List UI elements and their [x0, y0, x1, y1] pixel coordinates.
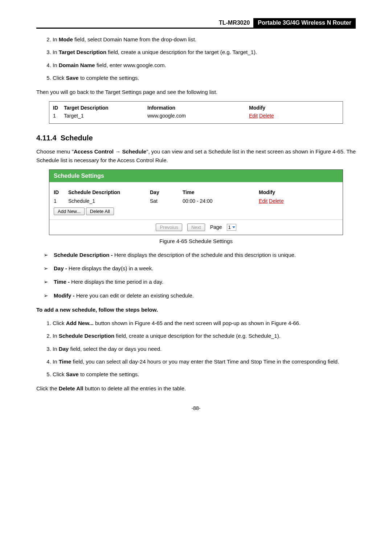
section-heading: 4.11.4 Schedule	[36, 134, 356, 142]
th-schedule-description: Schedule Description	[68, 189, 150, 195]
figure-caption: Figure 4-65 Schedule Settings	[36, 238, 356, 244]
intro-paragraph: Choose menu "Access Control → Schedule",…	[36, 147, 356, 164]
th-modify: Modify	[249, 105, 300, 111]
edit-link[interactable]: Edit	[249, 113, 258, 119]
list-item: In Target Description field, create a un…	[53, 48, 356, 56]
td-information: www.google.com	[147, 113, 249, 119]
list-item: Modify - Here you can edit or delete an …	[44, 291, 356, 300]
list-item: Day - Here displays the day(s) in a week…	[44, 264, 356, 272]
page-select[interactable]: 1	[227, 224, 236, 231]
bottom-steps-list: Click Add New... button shown in Figure …	[53, 319, 356, 378]
document-page: TL-MR3020 Portable 3G/4G Wireless N Rout…	[0, 0, 392, 426]
add-new-button[interactable]: Add New...	[54, 208, 85, 215]
list-item: Click Add New... button shown in Figure …	[53, 319, 356, 327]
list-item: In Mode field, select Domain Name from t…	[53, 35, 356, 44]
th-information: Information	[147, 105, 249, 111]
page-header: TL-MR3020 Portable 3G/4G Wireless N Rout…	[36, 18, 356, 29]
delete-link[interactable]: Delete	[269, 198, 283, 204]
delete-all-line: Click the Delete All button to delete al…	[36, 384, 356, 393]
td-modify: Edit Delete	[259, 198, 310, 204]
panel-footer: Prevoius Next Page 1	[49, 219, 343, 235]
previous-button[interactable]: Prevoius	[156, 223, 182, 231]
td-day: Sat	[150, 198, 183, 204]
list-item: Time - Here displays the time period in …	[44, 278, 356, 286]
td-modify: Edit Delete	[249, 113, 300, 119]
section-title: Schedule	[61, 134, 93, 142]
delete-all-button[interactable]: Delete All	[86, 208, 114, 215]
chevron-down-icon	[232, 226, 235, 228]
page-select-value: 1	[228, 225, 230, 230]
panel-title: Schedule Settings	[49, 170, 343, 183]
steps-heading: To add a new schedule, follow the steps …	[36, 305, 356, 314]
table-header-row: ID Target Description Information Modify	[53, 104, 339, 112]
td-id: 1	[53, 113, 64, 119]
edit-link[interactable]: Edit	[259, 198, 268, 204]
schedule-settings-panel: Schedule Settings ID Schedule Descriptio…	[49, 169, 343, 235]
th-time: Time	[183, 189, 259, 195]
header-model: TL-MR3020	[215, 18, 253, 28]
list-item: Click Save to complete the settings.	[53, 370, 356, 378]
bullet-list: Schedule Description - Here displays the…	[44, 251, 356, 300]
list-item: Click Save to complete the settings.	[53, 74, 356, 82]
page-number: -88-	[36, 405, 356, 411]
table-header-row: ID Schedule Description Day Time Modify	[54, 188, 338, 197]
table-row: 1 Target_1 www.google.com Edit Delete	[53, 112, 339, 120]
list-item: In Schedule Description field, create a …	[53, 332, 356, 340]
next-button[interactable]: Next	[187, 223, 205, 231]
td-target-description: Target_1	[64, 113, 147, 119]
th-modify: Modify	[259, 189, 310, 195]
td-time: 00:00 - 24:00	[183, 198, 259, 204]
td-id: 1	[54, 198, 68, 204]
target-settings-table: ID Target Description Information Modify…	[49, 101, 343, 124]
header-title: Portable 3G/4G Wireless N Router	[253, 18, 356, 28]
table-row: 1 Schedule_1 Sat 00:00 - 24:00 Edit Dele…	[54, 197, 338, 205]
top-steps-list: In Mode field, select Domain Name from t…	[53, 35, 356, 82]
list-item: In Domain Name field, enter www.google.c…	[53, 61, 356, 69]
then-line: Then you will go back to the Target Sett…	[36, 88, 356, 96]
th-id: ID	[54, 189, 68, 195]
th-day: Day	[150, 189, 183, 195]
list-item: Schedule Description - Here displays the…	[44, 251, 356, 259]
th-id: ID	[53, 105, 64, 111]
panel-body: ID Schedule Description Day Time Modify …	[49, 183, 343, 219]
list-item: In Time field, you can select all day-24…	[53, 357, 356, 366]
table-actions: Add New... Delete All	[54, 208, 338, 215]
list-item: In Day field, select the day or days you…	[53, 345, 356, 353]
delete-link[interactable]: Delete	[259, 113, 274, 119]
section-number: 4.11.4	[36, 134, 57, 142]
th-target-description: Target Description	[64, 105, 147, 111]
page-label: Page	[210, 224, 222, 230]
td-schedule-description: Schedule_1	[68, 198, 150, 204]
